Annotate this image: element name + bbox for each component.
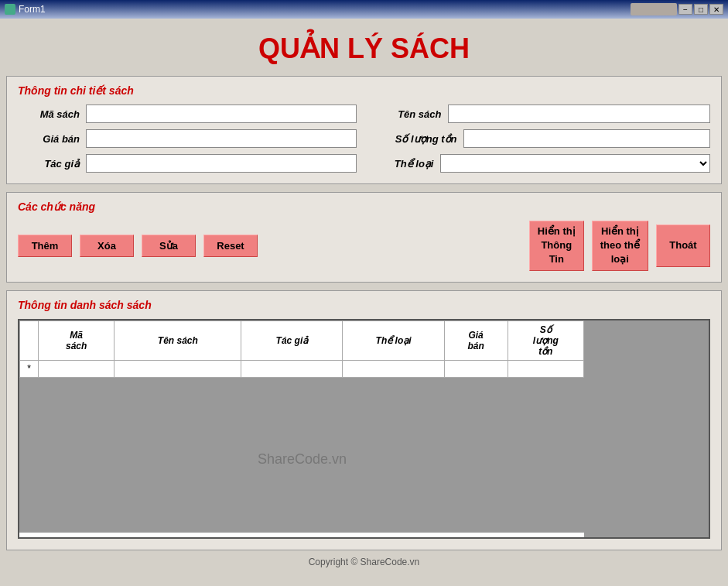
input-ten-sach[interactable] <box>448 105 711 123</box>
page-title: QUẢN LÝ SÁCH <box>6 33 722 65</box>
input-tac-gia[interactable] <box>86 154 357 173</box>
them-button[interactable]: Thêm <box>18 235 72 257</box>
sharecode-logo <box>631 3 677 15</box>
books-table: Mãsách Tên sách Tác giả Thể loại Giábán … <box>19 320 584 378</box>
section-functions: Các chức năng Thêm Xóa Sửa Reset Hiển th… <box>6 192 722 283</box>
hien-thi-theo-the-loai-button[interactable]: Hiển thị theo thể loại <box>592 221 648 271</box>
select-the-loai[interactable] <box>440 154 711 173</box>
title-bar-left: Form1 <box>5 4 46 15</box>
hien-thi-thong-tin-button[interactable]: Hiển thị Thông Tin <box>529 221 584 271</box>
label-ma-sach: Mã sách <box>18 108 80 120</box>
col-the-loai: Thể loại <box>343 320 444 360</box>
section-functions-label: Các chức năng <box>18 200 710 213</box>
cell-gia-ban[interactable] <box>444 360 508 377</box>
form-group-tac-gia: Tác giả <box>18 154 357 173</box>
col-ten-sach: Tên sách <box>114 320 241 360</box>
datagrid-left[interactable]: Mãsách Tên sách Tác giả Thể loại Giábán … <box>19 320 585 537</box>
cell-tac-gia[interactable] <box>241 360 343 377</box>
buttons-row: Thêm Xóa Sửa Reset Hiển thị Thông Tin Hi… <box>18 221 710 271</box>
section-table: Thông tin danh sách sách Mãsách Tên sách… <box>6 290 722 550</box>
footer-copyright: Copyright © ShareCode.vn <box>6 557 722 567</box>
label-ten-sach: Tên sách <box>372 108 442 120</box>
col-gia-ban: Giábán <box>444 320 508 360</box>
reset-button[interactable]: Reset <box>203 235 258 257</box>
title-bar-title: Form1 <box>19 4 46 15</box>
minimize-button[interactable]: − <box>678 4 692 15</box>
form-group-ma-sach: Mã sách <box>18 105 357 123</box>
datagrid-right-panel <box>585 320 709 537</box>
col-tac-gia: Tác giả <box>241 320 343 360</box>
table-row[interactable]: * <box>20 360 584 377</box>
label-the-loai: Thể loại <box>372 158 434 170</box>
close-button[interactable]: ✕ <box>709 4 723 15</box>
label-so-luong: Số lượng tồn <box>372 133 457 145</box>
thoat-button[interactable]: Thoát <box>656 224 710 267</box>
maximize-button[interactable]: □ <box>694 4 708 15</box>
form-grid: Mã sách Tên sách Giá bán <box>18 105 710 173</box>
col-so-luong: Sốlượngtồn <box>508 320 583 360</box>
datagrid-wrapper: Mãsách Tên sách Tác giả Thể loại Giábán … <box>18 319 710 539</box>
cell-ten-sach[interactable] <box>114 360 241 377</box>
col-ma-sach: Mãsách <box>39 320 114 360</box>
label-gia-ban: Giá bán <box>18 133 80 145</box>
main-window: QUẢN LÝ SÁCH Thông tin chi tiết sách Mã … <box>0 19 728 574</box>
sua-button[interactable]: Sửa <box>142 235 196 257</box>
input-ma-sach[interactable] <box>86 105 357 123</box>
form-group-the-loai: Thể loại <box>372 154 711 173</box>
input-so-luong[interactable] <box>463 129 711 148</box>
section-table-label: Thông tin danh sách sách <box>18 299 710 311</box>
label-tac-gia: Tác giả <box>18 158 80 170</box>
window-controls[interactable]: − □ ✕ <box>631 3 723 15</box>
datagrid-inner: Mãsách Tên sách Tác giả Thể loại Giábán … <box>19 320 709 537</box>
table-empty-area <box>19 378 584 533</box>
cell-so-luong[interactable] <box>508 360 583 377</box>
section-detail-label: Thông tin chi tiết sách <box>18 84 710 97</box>
section-detail: Thông tin chi tiết sách Mã sách Tên sách… <box>6 76 722 184</box>
form-group-gia-ban: Giá bán <box>18 129 357 148</box>
row-indicator: * <box>20 360 39 377</box>
xoa-button[interactable]: Xóa <box>80 235 134 257</box>
cell-ma-sach[interactable] <box>39 360 114 377</box>
title-bar: Form1 − □ ✕ <box>0 0 728 19</box>
table-header-row: Mãsách Tên sách Tác giả Thể loại Giábán … <box>20 320 584 360</box>
cell-the-loai[interactable] <box>343 360 444 377</box>
form-group-so-luong: Số lượng tồn <box>372 129 711 148</box>
input-gia-ban[interactable] <box>86 129 357 148</box>
col-indicator <box>20 320 39 360</box>
app-icon <box>5 4 15 15</box>
form-group-ten-sach: Tên sách <box>372 105 711 123</box>
